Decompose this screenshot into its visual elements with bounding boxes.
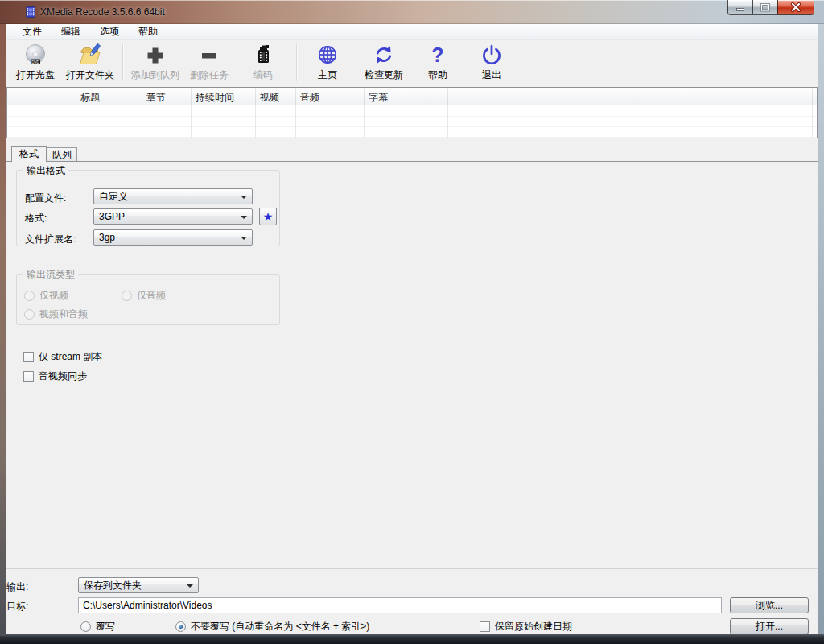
favorite-star-button[interactable]: ★: [259, 208, 277, 225]
window-controls: [728, 0, 814, 15]
toolbar-button-exit[interactable]: 退出: [463, 42, 521, 84]
column-header-title[interactable]: 标题: [80, 91, 100, 105]
maximize-button[interactable]: [752, 0, 778, 15]
toolbar-button-encode[interactable]: 编码: [234, 42, 292, 84]
column-header-duration[interactable]: 持续时间: [196, 91, 234, 105]
filmstrip-app-icon: [24, 6, 37, 19]
toolbar-button-add-to-queue[interactable]: 添加到队列: [126, 42, 184, 84]
toolbar-button-home[interactable]: 主页: [299, 42, 356, 84]
radio-label: 仅视频: [39, 289, 68, 303]
radio-video-and-audio[interactable]: 视频和音频: [24, 308, 88, 321]
menu-item-options[interactable]: 选项: [96, 24, 123, 39]
film-cartridge-icon: [251, 43, 275, 68]
column-divider: [191, 88, 192, 138]
column-divider: [364, 88, 365, 138]
stream-type-group-title: 输出流类型: [23, 268, 78, 282]
column-divider: [76, 88, 76, 138]
tab-queue[interactable]: 队列: [47, 147, 77, 162]
chevron-down-icon: [241, 196, 247, 199]
close-button[interactable]: [777, 0, 814, 15]
output-mode-selected-value: 保存到文件夹: [84, 579, 142, 592]
toolbar-label: 退出: [482, 68, 501, 82]
question-mark-icon: ?: [426, 43, 450, 68]
checkbox-label: 仅 stream 副本: [39, 350, 102, 364]
minimize-button[interactable]: [727, 0, 753, 15]
radio-label: 覆写: [96, 620, 115, 634]
star-icon: ★: [263, 211, 274, 222]
browse-button[interactable]: 浏览...: [730, 597, 809, 613]
column-header-subtitle[interactable]: 字幕: [369, 91, 388, 105]
toolbar-button-delete-task[interactable]: 删除任务: [180, 42, 238, 84]
globe-icon: [315, 43, 340, 68]
toolbar-label: 打开文件夹: [66, 68, 114, 82]
checkbox-label: 音视频同步: [39, 369, 87, 383]
format-tab-panel: 输出格式 配置文件: 自定义 格式: 3GPP ★ 文件扩展名: 3gp 输出流…: [6, 161, 818, 569]
target-path-input[interactable]: [78, 597, 722, 613]
toolbar-button-check-update[interactable]: 检查更新: [355, 42, 413, 84]
profile-label: 配置文件:: [25, 192, 66, 205]
output-label: 输出:: [6, 580, 28, 594]
file-list-header: 标题 章节 持续时间 视频 音频 字幕: [7, 88, 817, 105]
maximize-icon: [759, 1, 772, 14]
radio-label: 不要覆写 (自动重命名为 <文件名 + 索引>): [191, 620, 369, 634]
column-divider: [295, 88, 296, 138]
menu-item-edit[interactable]: 编辑: [57, 24, 84, 39]
title-bar[interactable]: XMedia Recode 3.5.6.6 64bit: [0, 0, 824, 24]
output-section: 输出: 保存到文件夹 目标: 浏览... 覆写 不要覆写 (自动重命名为 <文件…: [6, 569, 818, 634]
checkbox-av-sync[interactable]: 音视频同步: [23, 369, 87, 383]
column-divider: [812, 88, 813, 138]
chevron-down-icon: [187, 584, 193, 588]
toolbar-label: 帮助: [428, 68, 447, 82]
toolbar-button-open-folder[interactable]: 打开文件夹: [61, 42, 119, 84]
radio-video-only[interactable]: 仅视频: [24, 289, 68, 303]
checkbox-box-icon: [23, 371, 34, 382]
power-icon: [480, 43, 504, 68]
checkbox-label: 保留原始创建日期: [495, 620, 572, 634]
radio-circle-icon: [175, 621, 186, 632]
format-select[interactable]: 3GPP: [93, 208, 253, 225]
profile-select[interactable]: 自定义: [93, 188, 253, 204]
toolbar-separator: [122, 44, 123, 81]
menu-item-file[interactable]: 文件: [19, 24, 46, 39]
checkbox-box-icon: [480, 621, 490, 632]
radio-circle-icon: [122, 291, 132, 301]
tab-format[interactable]: 格式: [11, 146, 47, 162]
file-list-body[interactable]: [7, 106, 817, 138]
toolbar-label: 检查更新: [365, 68, 403, 82]
minimize-icon: [734, 1, 747, 14]
toolbar-button-open-disc[interactable]: DVD 打开光盘: [6, 42, 64, 84]
radio-overwrite[interactable]: 覆写: [80, 620, 115, 634]
plus-icon: [143, 43, 167, 68]
menu-bar: 文件 编辑 选项 帮助: [6, 24, 818, 40]
open-button[interactable]: 打开...: [730, 618, 809, 634]
radio-no-overwrite[interactable]: 不要覆写 (自动重命名为 <文件名 + 索引>): [175, 620, 369, 634]
radio-audio-only[interactable]: 仅音频: [122, 289, 166, 303]
toolbar-button-help[interactable]: ? 帮助: [409, 42, 467, 84]
target-label: 目标:: [6, 600, 28, 613]
toolbar-label: 添加到队列: [131, 68, 179, 82]
radio-circle-icon: [24, 309, 35, 320]
column-header-video[interactable]: 视频: [260, 91, 279, 105]
checkbox-stream-copy[interactable]: 仅 stream 副本: [23, 350, 102, 364]
column-header-audio[interactable]: 音频: [300, 91, 319, 105]
close-icon: [789, 1, 803, 14]
menu-item-help[interactable]: 帮助: [134, 24, 162, 39]
profile-selected-value: 自定义: [99, 190, 128, 204]
output-format-group: 输出格式 配置文件: 自定义 格式: 3GPP ★ 文件扩展名: 3gp: [16, 170, 280, 246]
toolbar-label: 主页: [318, 68, 337, 82]
window-title: XMedia Recode 3.5.6.6 64bit: [40, 6, 165, 18]
minus-icon: [197, 43, 221, 68]
checkbox-keep-creation-date[interactable]: 保留原始创建日期: [480, 620, 572, 634]
toolbar-label: 删除任务: [190, 68, 229, 82]
radio-circle-icon: [24, 291, 35, 301]
format-label: 格式:: [25, 212, 47, 225]
file-list: 标题 章节 持续时间 视频 音频 字幕: [6, 87, 818, 138]
column-divider: [447, 88, 448, 138]
column-divider: [255, 88, 256, 138]
output-mode-select[interactable]: 保存到文件夹: [78, 577, 199, 593]
extension-select[interactable]: 3gp: [93, 229, 253, 246]
dvd-badge-text: DVD: [31, 60, 39, 64]
toolbar-label: 打开光盘: [16, 68, 55, 82]
window-frame-right: [818, 24, 824, 634]
column-header-chapter[interactable]: 章节: [146, 91, 166, 105]
